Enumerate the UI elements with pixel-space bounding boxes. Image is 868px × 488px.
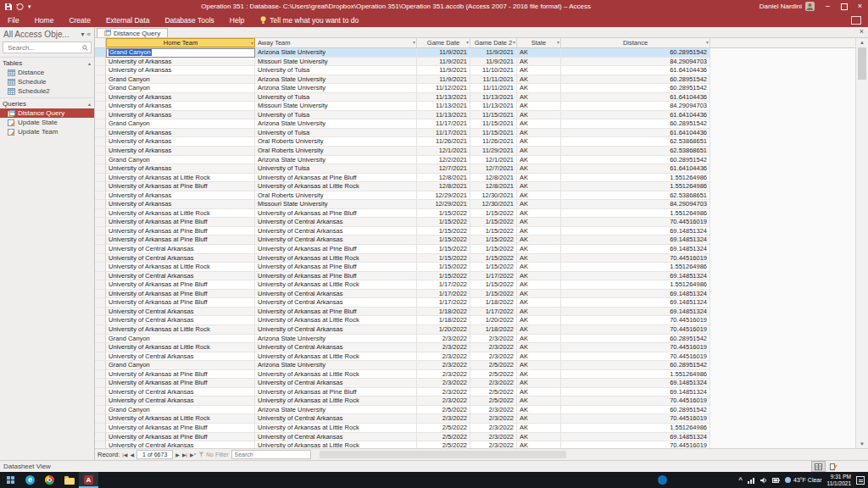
- tray-app-icon[interactable]: [658, 475, 667, 485]
- cell[interactable]: 2/3/2022: [417, 396, 470, 406]
- column-header-distance[interactable]: Distance▾: [561, 38, 710, 47]
- cell[interactable]: 84.29094703: [561, 102, 710, 111]
- next-record-button[interactable]: ▶: [175, 452, 180, 458]
- cell[interactable]: 70.44516019: [561, 352, 710, 362]
- scroll-up-icon[interactable]: ▲: [856, 38, 868, 47]
- row-selector[interactable]: [95, 396, 106, 406]
- cell[interactable]: AK: [517, 174, 561, 183]
- cell[interactable]: 69.14851324: [561, 272, 710, 281]
- volume-icon[interactable]: [760, 477, 767, 484]
- cell[interactable]: University of Arkansas: [106, 111, 255, 120]
- row-selector[interactable]: [95, 352, 106, 362]
- cell[interactable]: 69.14851324: [561, 433, 710, 442]
- cell[interactable]: 2/3/2022: [417, 388, 470, 397]
- cell[interactable]: 12/8/2021: [417, 174, 470, 183]
- cell[interactable]: AK: [517, 227, 561, 236]
- row-selector[interactable]: [95, 111, 106, 120]
- cell[interactable]: University of Arkansas: [106, 66, 255, 75]
- cell[interactable]: University of Arkansas: [106, 93, 255, 103]
- cell[interactable]: 2/5/2022: [470, 396, 517, 406]
- cell[interactable]: AK: [517, 316, 561, 325]
- cell[interactable]: University of Central Arkansas: [106, 352, 255, 362]
- cell[interactable]: University of Arkansas at Little Rock: [255, 441, 417, 448]
- nav-item-schedule2[interactable]: Schedule2: [0, 86, 94, 96]
- first-record-button[interactable]: |◀: [122, 452, 127, 458]
- cell[interactable]: AK: [517, 236, 561, 245]
- cell[interactable]: 60.28951542: [561, 406, 710, 415]
- cell[interactable]: 1/18/2022: [417, 308, 470, 317]
- cell[interactable]: University of Arkansas at Pine Bluff: [106, 236, 255, 245]
- cell[interactable]: 11/15/2021: [470, 129, 517, 138]
- row-selector[interactable]: [95, 164, 106, 174]
- cell[interactable]: University of Arkansas at Little Rock: [106, 174, 255, 183]
- cell[interactable]: 60.28951542: [561, 335, 710, 344]
- last-record-button[interactable]: ▶|: [182, 452, 187, 458]
- cell[interactable]: 62.53868651: [561, 147, 710, 156]
- cell[interactable]: 11/9/2021: [417, 58, 470, 67]
- cell[interactable]: 1/15/2022: [470, 280, 517, 290]
- undo-icon[interactable]: [16, 3, 24, 10]
- cell[interactable]: University of Central Arkansas: [255, 236, 417, 245]
- row-selector[interactable]: [95, 441, 106, 448]
- column-filter-dropdown-icon[interactable]: ▾: [513, 40, 515, 45]
- cell[interactable]: 61.64104436: [561, 93, 710, 103]
- cell[interactable]: AK: [517, 290, 561, 299]
- tab-home[interactable]: Home: [27, 13, 62, 27]
- cell[interactable]: 2/3/2022: [470, 335, 517, 344]
- cell[interactable]: 69.14851324: [561, 379, 710, 388]
- weather-widget[interactable]: 43°F Clear: [785, 477, 822, 483]
- row-selector[interactable]: [95, 236, 106, 245]
- tray-chevron-icon[interactable]: ^: [738, 476, 743, 484]
- save-icon[interactable]: [5, 3, 12, 10]
- editing-cell[interactable]: Grand Canyon: [106, 48, 255, 58]
- taskbar-chrome-icon[interactable]: [40, 472, 59, 488]
- cell[interactable]: 1/15/2022: [470, 245, 517, 254]
- cell[interactable]: AK: [517, 272, 561, 281]
- cell[interactable]: University of Tulsa: [255, 129, 417, 138]
- cell[interactable]: 2/5/2022: [470, 361, 517, 370]
- cell[interactable]: University of Arkansas at Pine Bluff: [106, 370, 255, 380]
- cell[interactable]: AK: [517, 137, 561, 147]
- cell[interactable]: 2/3/2022: [470, 343, 517, 352]
- cell[interactable]: 11/13/2021: [470, 102, 517, 111]
- cell[interactable]: 1/15/2022: [417, 218, 470, 227]
- row-selector[interactable]: [95, 254, 106, 263]
- cell[interactable]: 12/2/2021: [417, 156, 470, 165]
- cell[interactable]: 11/11/2021: [470, 75, 517, 85]
- previous-record-button[interactable]: ◀: [130, 452, 134, 458]
- cell[interactable]: AK: [517, 343, 561, 352]
- cell[interactable]: AK: [517, 119, 561, 129]
- cell[interactable]: AK: [517, 263, 561, 272]
- cell[interactable]: 2/3/2022: [417, 379, 470, 388]
- nav-section-tables[interactable]: Tables ▴: [0, 57, 94, 68]
- tab-file[interactable]: File: [0, 13, 27, 27]
- filter-indicator[interactable]: No Filter: [198, 452, 228, 458]
- cell[interactable]: 11/12/2021: [417, 84, 470, 93]
- cell[interactable]: 2/3/2022: [470, 424, 517, 433]
- cell[interactable]: 60.28951542: [561, 156, 710, 165]
- cell[interactable]: AK: [517, 325, 561, 335]
- cell[interactable]: 69.14851324: [561, 308, 710, 317]
- cell[interactable]: Arizona State University: [255, 48, 417, 58]
- cell[interactable]: 12/8/2021: [470, 174, 517, 183]
- new-record-button[interactable]: ▶*: [190, 452, 196, 458]
- cell[interactable]: Grand Canyon: [106, 335, 255, 344]
- cell[interactable]: University of Arkansas: [106, 102, 255, 111]
- column-filter-dropdown-icon[interactable]: ▾: [251, 41, 253, 46]
- design-view-button[interactable]: [826, 461, 841, 472]
- nav-item-schedule[interactable]: Schedule: [0, 77, 94, 86]
- cell[interactable]: AK: [517, 414, 561, 424]
- cell[interactable]: AK: [517, 93, 561, 103]
- cell[interactable]: University of Arkansas at Pine Bluff: [255, 263, 417, 272]
- row-selector[interactable]: [95, 119, 106, 129]
- cell[interactable]: 2/3/2022: [470, 441, 517, 448]
- row-selector[interactable]: [95, 406, 106, 415]
- cell[interactable]: 11/17/2021: [417, 129, 470, 138]
- cell[interactable]: 1/17/2022: [470, 272, 517, 281]
- taskbar-edge-icon[interactable]: e: [20, 472, 40, 488]
- cell[interactable]: 69.14851324: [561, 290, 710, 299]
- cell[interactable]: AK: [517, 102, 561, 111]
- user-avatar[interactable]: [805, 2, 815, 11]
- cell[interactable]: 1/17/2022: [470, 308, 517, 317]
- cell[interactable]: University of Arkansas at Little Rock: [255, 370, 417, 380]
